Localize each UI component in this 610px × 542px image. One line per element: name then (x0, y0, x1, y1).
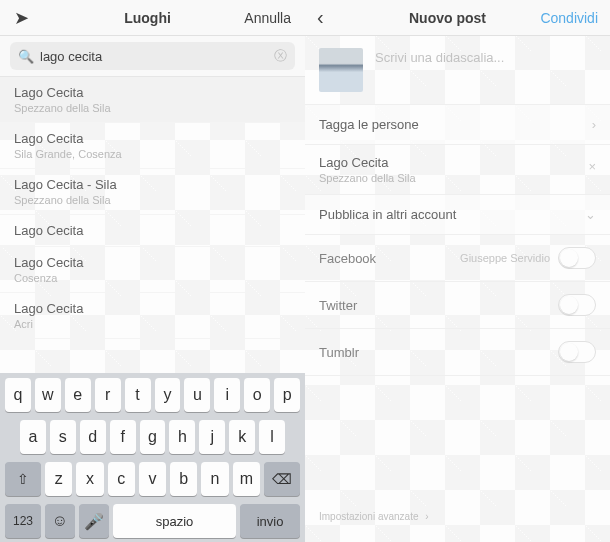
key-s[interactable]: s (50, 420, 76, 454)
share-label: Facebook (319, 251, 460, 266)
keyboard: qwertyuiop asdfghjkl ⇧ zxcvbnm ⌫ 123 ☺ 🎤… (0, 373, 305, 542)
chevron-down-icon: ⌄ (585, 207, 596, 222)
search-icon: 🔍 (18, 49, 34, 64)
result-name: Lago Cecita (14, 223, 291, 238)
search-input[interactable] (40, 49, 274, 64)
shift-key[interactable]: ⇧ (5, 462, 41, 496)
key-k[interactable]: k (229, 420, 255, 454)
toggle[interactable] (558, 247, 596, 269)
publish-other-label: Pubblica in altri account (319, 207, 585, 222)
result-name: Lago Cecita (14, 85, 291, 100)
key-h[interactable]: h (169, 420, 195, 454)
chevron-right-icon: › (592, 117, 596, 132)
toggle[interactable] (558, 341, 596, 363)
key-f[interactable]: f (110, 420, 136, 454)
key-b[interactable]: b (170, 462, 197, 496)
key-j[interactable]: j (199, 420, 225, 454)
clear-icon[interactable]: ⓧ (274, 47, 287, 65)
publish-other-row[interactable]: Pubblica in altri account ⌄ (305, 195, 610, 235)
result-name: Lago Cecita (14, 131, 291, 146)
result-sub: Spezzano della Sila (14, 102, 291, 114)
key-q[interactable]: q (5, 378, 31, 412)
share-twitter-row: Twitter (305, 282, 610, 329)
numbers-key[interactable]: 123 (5, 504, 41, 538)
share-label: Twitter (319, 298, 558, 313)
result-item[interactable]: Lago Cecita Spezzano della Sila (0, 77, 305, 123)
key-l[interactable]: l (259, 420, 285, 454)
key-x[interactable]: x (76, 462, 103, 496)
result-sub: Sila Grande, Cosenza (14, 148, 291, 160)
key-n[interactable]: n (201, 462, 228, 496)
key-c[interactable]: c (108, 462, 135, 496)
search-bar: 🔍 ⓧ (0, 36, 305, 77)
location-sub: Spezzano della Sila (319, 172, 596, 184)
result-item[interactable]: Lago Cecita (0, 215, 305, 247)
share-facebook-row: Facebook Giuseppe Servidio (305, 235, 610, 282)
header-title: Nuovo post (365, 10, 530, 26)
result-sub: Acri (14, 318, 291, 330)
mic-key[interactable]: 🎤 (79, 504, 109, 538)
key-v[interactable]: v (139, 462, 166, 496)
key-t[interactable]: t (125, 378, 151, 412)
share-tumblr-row: Tumblr (305, 329, 610, 376)
result-item[interactable]: Lago Cecita Sila Grande, Cosenza (0, 123, 305, 169)
key-r[interactable]: r (95, 378, 121, 412)
post-thumbnail[interactable] (319, 48, 363, 92)
key-g[interactable]: g (140, 420, 166, 454)
chevron-right-icon: › (425, 511, 428, 522)
share-label: Tumblr (319, 345, 558, 360)
advanced-settings[interactable]: Impostazioni avanzate › (319, 511, 429, 522)
key-y[interactable]: y (155, 378, 181, 412)
tag-people-row[interactable]: Tagga le persone › (305, 105, 610, 145)
key-i[interactable]: i (214, 378, 240, 412)
key-o[interactable]: o (244, 378, 270, 412)
location-row[interactable]: Lago Cecita Spezzano della Sila × (305, 145, 610, 195)
key-d[interactable]: d (80, 420, 106, 454)
share-button[interactable]: Condividi (530, 10, 610, 26)
result-name: Lago Cecita (14, 301, 291, 316)
result-item[interactable]: Lago Cecita - Sila Spezzano della Sila (0, 169, 305, 215)
tag-people-label: Tagga le persone (319, 117, 592, 132)
backspace-key[interactable]: ⌫ (264, 462, 300, 496)
toggle[interactable] (558, 294, 596, 316)
space-key[interactable]: spazio (113, 504, 236, 538)
caption-input[interactable]: Scrivi una didascalia... (375, 48, 504, 92)
header: ➤ Luoghi Annulla (0, 0, 305, 36)
header: ‹ Nuovo post Condividi (305, 0, 610, 36)
key-u[interactable]: u (184, 378, 210, 412)
cancel-button[interactable]: Annulla (235, 10, 305, 26)
advanced-settings-label: Impostazioni avanzate (319, 511, 419, 522)
caption-area[interactable]: Scrivi una didascalia... (305, 36, 610, 105)
location-arrow-icon[interactable]: ➤ (0, 7, 60, 29)
result-item[interactable]: Lago Cecita Cosenza (0, 247, 305, 293)
key-m[interactable]: m (233, 462, 260, 496)
key-a[interactable]: a (20, 420, 46, 454)
key-z[interactable]: z (45, 462, 72, 496)
back-icon[interactable]: ‹ (305, 6, 365, 29)
key-e[interactable]: e (65, 378, 91, 412)
return-key[interactable]: invio (240, 504, 300, 538)
result-sub: Spezzano della Sila (14, 194, 291, 206)
key-w[interactable]: w (35, 378, 61, 412)
result-sub: Cosenza (14, 272, 291, 284)
location-name: Lago Cecita (319, 155, 596, 170)
result-item[interactable]: Lago Cecita Acri (0, 293, 305, 339)
share-account: Giuseppe Servidio (460, 252, 550, 264)
close-icon[interactable]: × (588, 159, 596, 174)
key-p[interactable]: p (274, 378, 300, 412)
result-name: Lago Cecita - Sila (14, 177, 291, 192)
emoji-key[interactable]: ☺ (45, 504, 75, 538)
header-title: Luoghi (60, 10, 235, 26)
result-name: Lago Cecita (14, 255, 291, 270)
